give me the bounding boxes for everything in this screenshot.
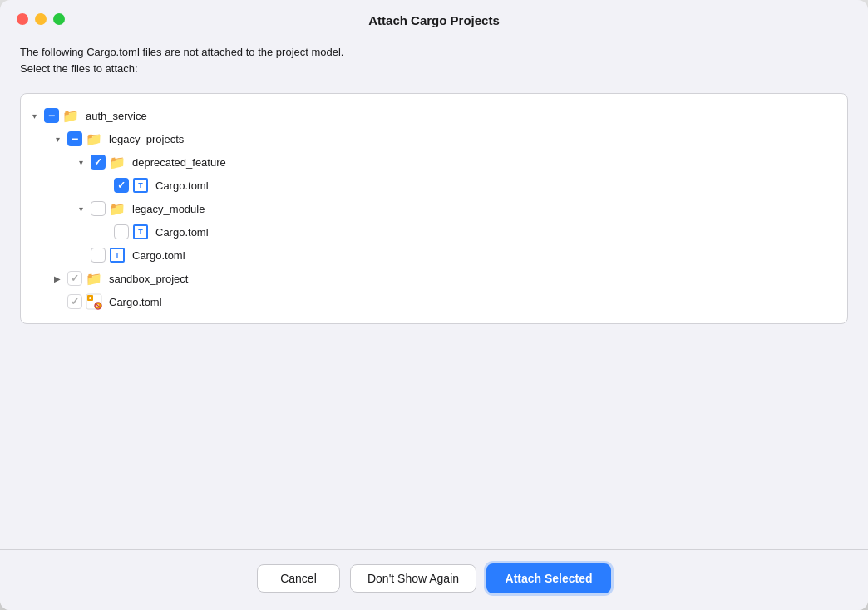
tree-item-cargo-toml-1[interactable]: T Cargo.toml <box>27 174 841 197</box>
traffic-lights <box>17 13 65 25</box>
toml-icon-2: T <box>133 224 148 239</box>
close-button[interactable] <box>17 13 28 25</box>
attach-selected-button[interactable]: Attach Selected <box>486 563 611 593</box>
dialog-body: The following Cargo.toml files are not a… <box>0 36 868 549</box>
checkbox-cargo-toml-1[interactable] <box>114 178 129 193</box>
dialog-footer: Cancel Don't Show Again Attach Selected <box>0 549 868 610</box>
rust-toml-file-icon <box>86 293 102 310</box>
tree-item-legacy-module[interactable]: 📁 legacy_module <box>27 197 841 220</box>
folder-icon-auth-service: 📁 <box>62 107 79 124</box>
description: The following Cargo.toml files are not a… <box>20 44 848 76</box>
dont-show-again-button[interactable]: Don't Show Again <box>350 564 476 593</box>
minimize-button[interactable] <box>35 13 47 25</box>
toml-icon-3: T <box>110 248 125 263</box>
label-deprecated-feature: deprecated_feature <box>132 156 226 169</box>
description-line1: The following Cargo.toml files are not a… <box>20 46 344 58</box>
chevron-legacy-module[interactable] <box>74 202 87 215</box>
tree-item-cargo-toml-3[interactable]: T Cargo.toml <box>27 244 841 267</box>
checkbox-cargo-toml-4[interactable] <box>67 294 82 309</box>
dialog-title: Attach Cargo Projects <box>368 13 500 27</box>
chevron-sandbox-project[interactable] <box>51 272 64 285</box>
file-tree: 📁 auth_service 📁 legacy_projects 📁 depre… <box>20 93 848 324</box>
chevron-auth-service[interactable] <box>27 109 41 122</box>
chevron-legacy-projects[interactable] <box>51 132 64 145</box>
label-auth-service: auth_service <box>86 110 147 122</box>
checkbox-auth-service[interactable] <box>44 108 59 123</box>
tree-item-cargo-toml-4[interactable]: Cargo.toml <box>27 290 841 313</box>
tree-item-deprecated-feature[interactable]: 📁 deprecated_feature <box>27 150 841 174</box>
label-cargo-toml-1: Cargo.toml <box>155 180 209 192</box>
cargo-svg-icon <box>86 293 102 310</box>
maximize-button[interactable] <box>53 13 65 25</box>
tree-item-sandbox-project[interactable]: 📁 sandbox_project <box>27 267 841 290</box>
toml-file-icon-1: T <box>132 177 149 194</box>
toml-file-icon-3: T <box>109 247 126 263</box>
checkbox-legacy-module[interactable] <box>91 201 106 216</box>
checkbox-cargo-toml-3[interactable] <box>91 248 106 263</box>
folder-icon-sandbox-project: 📁 <box>86 270 102 287</box>
checkbox-cargo-toml-2[interactable] <box>114 224 129 239</box>
label-cargo-toml-4: Cargo.toml <box>109 296 162 308</box>
label-legacy-module: legacy_module <box>132 203 205 215</box>
checkbox-legacy-projects[interactable] <box>67 131 82 146</box>
folder-icon-deprecated-feature: 📁 <box>109 154 126 170</box>
label-cargo-toml-2: Cargo.toml <box>155 226 209 239</box>
checkbox-sandbox-project[interactable] <box>67 271 82 286</box>
title-bar: Attach Cargo Projects <box>0 0 868 36</box>
folder-icon-legacy-module: 📁 <box>109 200 126 217</box>
tree-item-cargo-toml-2[interactable]: T Cargo.toml <box>27 220 841 244</box>
toml-icon-1: T <box>133 178 148 193</box>
attach-cargo-dialog: Attach Cargo Projects The following Carg… <box>0 0 868 610</box>
cancel-button[interactable]: Cancel <box>257 564 340 593</box>
label-cargo-toml-3: Cargo.toml <box>132 249 185 262</box>
toml-file-icon-2: T <box>132 224 149 240</box>
tree-item-legacy-projects[interactable]: 📁 legacy_projects <box>27 127 841 150</box>
tree-item-auth-service[interactable]: 📁 auth_service <box>27 104 841 127</box>
chevron-deprecated-feature[interactable] <box>74 155 87 169</box>
checkbox-deprecated-feature[interactable] <box>91 155 106 170</box>
label-sandbox-project: sandbox_project <box>109 273 188 285</box>
folder-icon-legacy-projects: 📁 <box>86 130 102 147</box>
label-legacy-projects: legacy_projects <box>109 133 184 145</box>
description-line2: Select the files to attach: <box>20 62 138 75</box>
svg-point-2 <box>89 297 91 299</box>
